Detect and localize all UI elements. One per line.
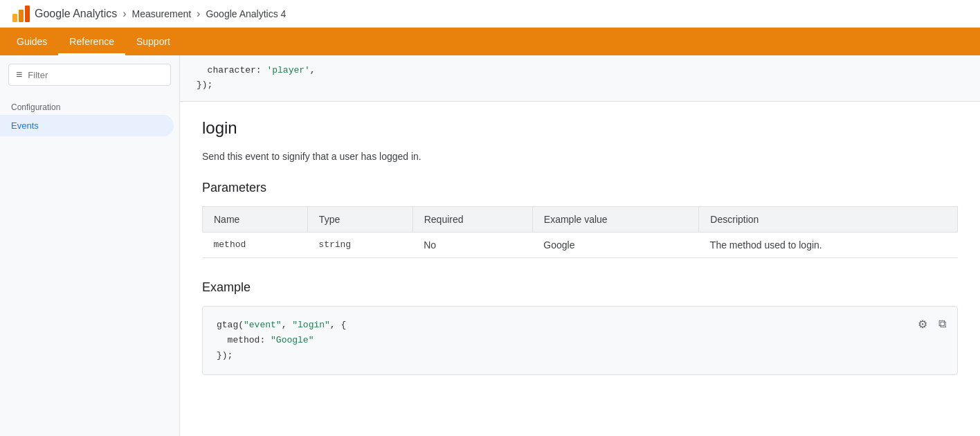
copy-icon: ⧉ bbox=[938, 318, 946, 329]
settings-icon: ⚙ bbox=[918, 318, 927, 330]
col-required: Required bbox=[412, 206, 532, 232]
login-section: login Send this event to signify that a … bbox=[180, 102, 980, 392]
filter-box[interactable]: ≡ bbox=[8, 64, 171, 86]
cell-description: The method used to login. bbox=[699, 232, 958, 257]
cell-type: string bbox=[307, 232, 412, 257]
col-type: Type bbox=[307, 206, 412, 232]
svg-rect-2 bbox=[25, 6, 30, 22]
col-description: Description bbox=[699, 206, 958, 232]
code-line-example-3: }); bbox=[217, 348, 943, 363]
breadcrumb-ga4[interactable]: Google Analytics 4 bbox=[206, 8, 286, 19]
nav-bar: Guides Reference Support bbox=[0, 28, 980, 55]
code-line-2: }); bbox=[197, 78, 963, 93]
table-row: method string No Google The method used … bbox=[203, 232, 958, 257]
filter-input[interactable] bbox=[28, 70, 163, 80]
table-header-row: Name Type Required Example value Descrip… bbox=[203, 206, 958, 232]
nav-item-support[interactable]: Support bbox=[125, 28, 181, 55]
copy-button[interactable]: ⧉ bbox=[936, 315, 949, 334]
section-description: Send this event to signify that a user h… bbox=[202, 149, 958, 164]
cell-example: Google bbox=[532, 232, 699, 257]
example-title: Example bbox=[202, 280, 958, 295]
svg-rect-0 bbox=[12, 14, 17, 22]
code-block-example: ⚙ ⧉ gtag("event", "login", { method: "Go… bbox=[202, 306, 958, 375]
brand-title: Google Analytics bbox=[35, 8, 117, 20]
nav-item-reference[interactable]: Reference bbox=[58, 28, 125, 55]
sidebar: ≡ Configuration Events bbox=[0, 55, 180, 436]
sidebar-item-events[interactable]: Events bbox=[0, 115, 174, 136]
filter-icon: ≡ bbox=[16, 69, 22, 81]
nav-item-guides[interactable]: Guides bbox=[6, 28, 58, 55]
cell-required: No bbox=[412, 232, 532, 257]
ga-logo-icon bbox=[11, 4, 30, 24]
main-content: character: 'player', }); login Send this… bbox=[180, 55, 980, 436]
code-block-top: character: 'player', }); bbox=[180, 55, 980, 102]
layout: ≡ Configuration Events character: 'playe… bbox=[0, 55, 980, 436]
section-title: login bbox=[202, 118, 958, 138]
code-actions: ⚙ ⧉ bbox=[915, 315, 949, 334]
code-line-1: character: 'player', bbox=[197, 64, 963, 78]
col-example: Example value bbox=[532, 206, 699, 232]
top-bar: Google Analytics › Measurement › Google … bbox=[0, 0, 980, 28]
sidebar-section-configuration: Configuration bbox=[0, 94, 179, 115]
parameters-table: Name Type Required Example value Descrip… bbox=[202, 206, 958, 258]
code-line-example-2: method: "Google" bbox=[217, 333, 943, 348]
parameters-title: Parameters bbox=[202, 181, 958, 195]
col-name: Name bbox=[203, 206, 308, 232]
settings-button[interactable]: ⚙ bbox=[915, 315, 930, 334]
breadcrumb-measurement[interactable]: Measurement bbox=[132, 8, 192, 19]
code-line-example-1: gtag("event", "login", { bbox=[217, 318, 943, 333]
cell-name: method bbox=[203, 232, 308, 257]
breadcrumb-sep-1: › bbox=[122, 8, 126, 20]
breadcrumb-sep-2: › bbox=[197, 8, 200, 20]
svg-rect-1 bbox=[19, 10, 24, 22]
logo-area: Google Analytics bbox=[11, 4, 117, 24]
